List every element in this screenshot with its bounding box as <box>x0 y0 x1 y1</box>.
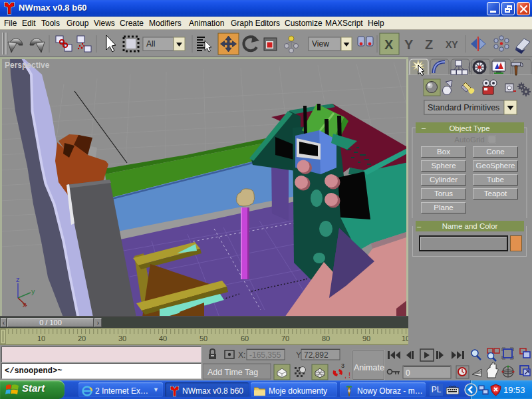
svg-text:70: 70 <box>281 334 289 342</box>
svg-text:Y: Y <box>404 37 414 52</box>
svg-text:80: 80 <box>322 334 330 342</box>
svg-text:10: 10 <box>37 334 45 342</box>
svg-text:All: All <box>146 39 155 49</box>
svg-text:Object Type: Object Type <box>449 124 489 132</box>
svg-text:20: 20 <box>78 334 86 342</box>
svg-text:Add Time Tag: Add Time Tag <box>207 368 258 377</box>
svg-text:XY: XY <box>446 39 458 50</box>
svg-text:–: – <box>422 124 426 132</box>
svg-text:40: 40 <box>159 334 167 342</box>
svg-text:90: 90 <box>362 334 370 342</box>
svg-text:Animate: Animate <box>354 363 384 372</box>
svg-text:X: X <box>384 37 394 52</box>
svg-text:, !: , ! <box>344 371 350 379</box>
svg-text:72,892: 72,892 <box>304 350 329 360</box>
svg-text:Perspective: Perspective <box>5 61 50 70</box>
svg-text:50: 50 <box>200 334 207 342</box>
svg-text:-165,355: -165,355 <box>249 350 281 360</box>
svg-text:AutoGrid: AutoGrid <box>454 136 484 144</box>
svg-text:X:: X: <box>238 350 245 360</box>
svg-text:Standard Primitives: Standard Primitives <box>428 103 499 112</box>
svg-text:10: 10 <box>402 334 408 342</box>
svg-text:30: 30 <box>118 334 126 342</box>
svg-text:60: 60 <box>241 334 249 342</box>
svg-text:z: z <box>16 275 20 283</box>
svg-text:x: x <box>23 301 27 309</box>
svg-text:View: View <box>312 39 329 49</box>
svg-text:0: 0 <box>406 368 410 378</box>
svg-text:y: y <box>31 287 35 295</box>
svg-text:Z: Z <box>425 37 433 52</box>
svg-text:3: 3 <box>341 362 344 369</box>
